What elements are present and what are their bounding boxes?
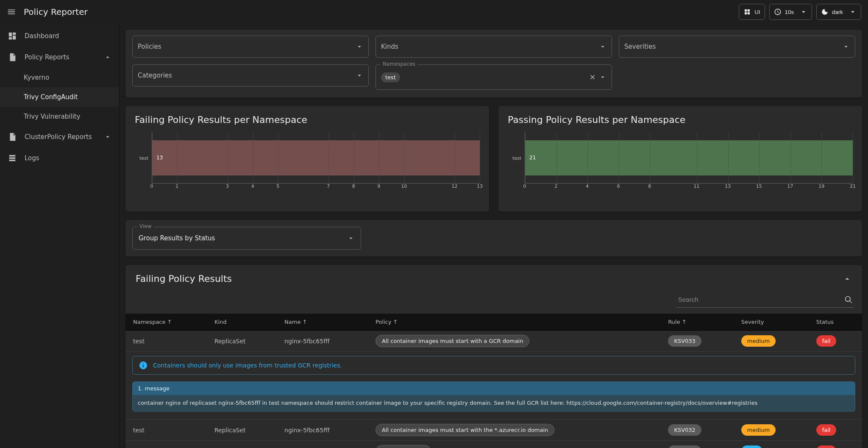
collapse-results-button[interactable] [843,274,852,284]
table-row[interactable]: testReplicaSetnginx-5fbc65fffAll contain… [125,331,862,352]
refresh-interval-label: 10s [785,9,794,15]
dashboard-icon [8,31,17,41]
policies-filter[interactable]: Policies [132,36,369,58]
detail-message-body: container nginx of replicaset nginx-5fbc… [133,395,855,411]
sidebar-item-dashboard[interactable]: Dashboard [0,25,119,47]
severity-chip: medium [741,335,776,347]
col-namespace[interactable]: Namespace↑ [125,314,207,331]
sidebar-item-policy-reports[interactable]: Policy Reports [0,47,119,68]
col-severity[interactable]: Severity [734,314,809,331]
chevron-down-icon [356,43,363,50]
cell-kind: ReplicaSet [207,420,277,441]
view-value: Group Results by Status [139,234,215,242]
view-select[interactable]: View Group Results by Status [132,227,361,250]
chart-title: Passing Policy Results per Namespace [508,114,853,125]
col-name[interactable]: Name↑ [277,314,368,331]
chevron-down-icon [800,8,807,16]
chart-tick-label: 13 [725,184,731,189]
namespaces-filter[interactable]: Namespaces test [376,64,612,90]
severities-filter[interactable]: Severities [619,36,855,58]
hamburger-menu-button[interactable] [7,7,16,17]
app-grid-icon [743,8,751,16]
col-rule[interactable]: Rule↑ [660,314,733,331]
table-row[interactable]: testReplicaSetnginx-5fbc65fffAll contain… [125,420,862,441]
cell-severity: low [734,441,809,448]
results-title: Failing Policy Results [136,273,232,284]
search-icon [844,295,853,304]
chevron-down-icon [347,234,355,242]
search-input[interactable] [676,293,844,306]
detail-message-head: 1. message [133,382,855,395]
sidebar-item-label: ClusterPolicy Reports [25,133,92,141]
cell-name: nginx-5fbc65fff [277,420,368,441]
chart-category-label: test [508,156,525,161]
app-bar: Policy Reporter UI 10s dark [0,0,868,24]
cell-policy: CPU not limited [368,441,660,448]
chart-tick-label: 8 [648,184,651,189]
cell-rule: KSV032 [660,420,733,441]
failing-per-namespace-chart: Failing Policy Results per Namespace tes… [125,106,489,211]
chevron-up-icon [104,53,111,61]
chevron-down-icon [356,72,363,79]
cell-severity: medium [734,331,809,352]
status-chip: fail [816,424,837,436]
status-chip: fail [816,445,837,448]
rule-chip: KSV033 [668,335,701,347]
view-selector-card: View Group Results by Status [125,220,862,256]
col-policy[interactable]: Policy↑ [368,314,660,331]
cell-rule: KSV011 [660,441,733,448]
sidebar-item-kyverno[interactable]: Kyverno [0,68,119,87]
sidebar-item-label: Trivy Vulnerability [24,113,81,120]
chart-tick-label: 0 [150,184,153,189]
cell-status: fail [809,441,862,448]
chart-tick-label: 2 [554,184,557,189]
cell-namespace: test [125,441,207,448]
chart-tick-label: 17 [787,184,793,189]
cell-status: fail [809,331,862,352]
categories-filter[interactable]: Categories [132,64,369,86]
chart-tick-label: 13 [477,184,483,189]
sidebar-item-trivy-configaudit[interactable]: Trivy ConfigAudit [0,87,119,107]
cell-name: nginx-5fbc65fff [277,441,368,448]
filter-placeholder: Severities [624,43,656,50]
namespace-filter-chip[interactable]: test [381,72,400,82]
sidebar-item-label: Policy Reports [25,53,69,61]
cell-namespace: test [125,331,207,352]
chart-x-axis: 02468111315171921 [525,184,853,191]
cell-policy: All container images must start with the… [368,420,660,441]
chart-tick-label: 7 [327,184,330,189]
reports-icon [8,53,17,62]
reports-icon [8,132,17,142]
passing-per-namespace-chart: Passing Policy Results per Namespace tes… [498,106,862,211]
sidebar-item-logs[interactable]: Logs [0,147,119,169]
refresh-interval-button[interactable]: 10s [769,4,812,20]
chart-title: Failing Policy Results per Namespace [135,114,480,125]
clear-icon[interactable] [589,73,596,81]
status-chip: fail [816,335,837,347]
chart-plot-area: 13 [152,133,480,184]
chart-plot-area: 21 [525,133,853,184]
chart-x-axis: 01345789101213 [152,184,480,191]
chart-tick-label: 4 [251,184,254,189]
severity-chip: low [741,445,762,448]
table-row[interactable]: testReplicaSetnginx-5fbc65fffCPU not lim… [125,441,862,448]
filter-placeholder: Categories [138,72,172,79]
theme-button[interactable]: dark [816,4,861,20]
chevron-up-icon [843,274,852,284]
results-search[interactable] [676,292,854,308]
chart-tick-label: 12 [451,184,457,189]
cell-kind: ReplicaSet [207,441,277,448]
menu-icon [7,7,16,17]
col-status[interactable]: Status [809,314,862,331]
logs-icon [8,153,17,163]
col-kind[interactable]: Kind [207,314,277,331]
kinds-filter[interactable]: Kinds [376,36,612,58]
cell-policy: All container images must start with a G… [368,331,660,352]
sidebar-item-trivy-vulnerability[interactable]: Trivy Vulnerability [0,107,119,126]
clock-icon [774,8,782,16]
ui-mode-button[interactable]: UI [739,4,765,20]
chevron-down-icon [599,43,606,50]
filter-label: Namespaces [380,61,418,67]
info-banner: Containers should only use images from t… [132,356,855,375]
sidebar-item-clusterpolicy-reports[interactable]: ClusterPolicy Reports [0,126,119,147]
